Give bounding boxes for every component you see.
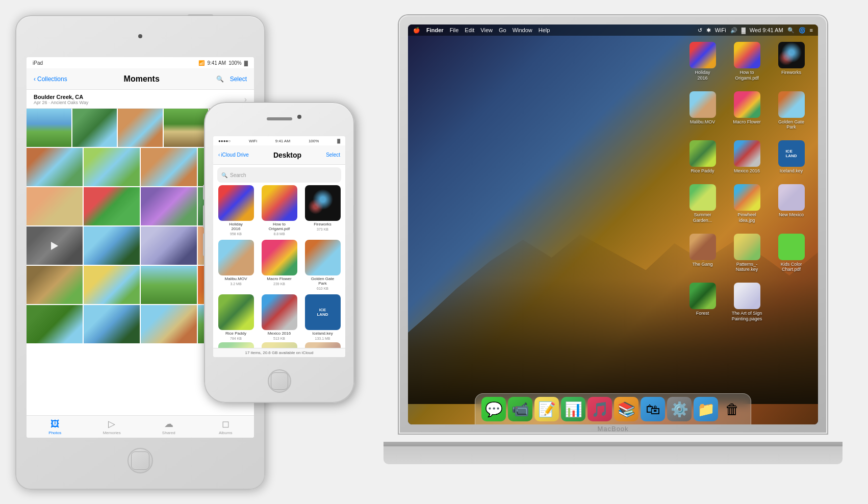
siri-icon[interactable]: 🌀 bbox=[799, 27, 806, 34]
go-menu[interactable]: Go bbox=[499, 27, 506, 33]
ipad-home-button[interactable] bbox=[127, 448, 153, 473]
menu-clock: Wed 9:41 AM bbox=[750, 27, 783, 33]
dock-itunes[interactable]: 🎵 bbox=[588, 397, 612, 421]
desktop-icon-thegang[interactable]: The Gang bbox=[683, 232, 722, 275]
desktop-icon-forest[interactable]: Forest bbox=[683, 281, 722, 324]
desktop-icon-goldengate[interactable]: Golden GatePark bbox=[772, 89, 810, 133]
ipad-tab-shared[interactable]: ☁ Shared bbox=[140, 418, 197, 435]
ipad-select-button[interactable]: Select bbox=[230, 75, 247, 83]
ipad-photo-4[interactable] bbox=[164, 109, 209, 147]
iphone-file-iceland[interactable]: ICELAND Iceland.key 133.1 MB bbox=[303, 294, 342, 340]
dock-numbers[interactable]: 📊 bbox=[561, 397, 585, 421]
iphone-file-size-origami: 8.8 MB bbox=[273, 232, 285, 236]
iphone-file-goldengate[interactable]: Golden GatePark 610 KB bbox=[303, 240, 342, 290]
dock-system-preferences[interactable]: ⚙️ bbox=[667, 397, 692, 421]
ipad-photo-7[interactable] bbox=[84, 148, 140, 186]
help-menu[interactable]: Help bbox=[539, 27, 550, 33]
desktop-icon-malibu[interactable]: Malibu.MOV bbox=[683, 89, 722, 133]
ipad-photo-22[interactable] bbox=[27, 305, 83, 343]
file-menu[interactable]: File bbox=[450, 27, 459, 33]
ipad-device-label: iPad bbox=[33, 60, 43, 66]
dock-notes[interactable]: 📝 bbox=[534, 397, 559, 421]
desktop-icon-ricepaddy[interactable]: Rice Paddy bbox=[683, 138, 722, 176]
ipad-photo-20[interactable] bbox=[141, 266, 197, 304]
ipad-tab-memories[interactable]: ▷ Memories bbox=[84, 418, 141, 435]
macbook-bottom: MacBook bbox=[384, 446, 843, 464]
ipad-tab-albums[interactable]: ◻ Albums bbox=[197, 418, 254, 435]
ipad-photo-10[interactable] bbox=[27, 187, 83, 225]
ipad-photo-16[interactable] bbox=[141, 226, 197, 265]
desktop-icon-holiday2016[interactable]: Holiday2016 bbox=[683, 40, 722, 83]
iphone-file-macroflower[interactable]: Macro Flower 239 KB bbox=[260, 240, 299, 290]
ipad-tabbar: 🖼 Photos ▷ Memories ☁ Shared ◻ Albums bbox=[27, 415, 254, 438]
iphone-file-thumb-holiday bbox=[218, 185, 254, 221]
iphone-file-fireworks[interactable]: Fireworks 373 KB bbox=[303, 185, 342, 236]
desktop-icon-iceland[interactable]: ICELAND Iceland.key bbox=[772, 138, 810, 176]
desktop-icon-label-holiday: Holiday2016 bbox=[695, 70, 710, 81]
menubar-right: ↺ ✱ WiFi 🔊 ▓ Wed 9:41 AM 🔍 🌀 ≡ bbox=[698, 27, 813, 34]
dock-books[interactable]: 📚 bbox=[614, 397, 639, 421]
iphone-status-bottom: 17 items, 20.6 GB available on iCloud bbox=[213, 348, 345, 357]
iphone-battery-icon: ▓ bbox=[337, 139, 340, 143]
dock-finder[interactable]: 📁 bbox=[694, 397, 718, 421]
ipad-tab-shared-label: Shared bbox=[162, 431, 175, 435]
ipad-photo-18[interactable] bbox=[27, 266, 83, 304]
ipad-back-button[interactable]: ‹ Collections bbox=[34, 75, 67, 83]
search-icon[interactable]: 🔍 bbox=[787, 27, 795, 34]
desktop-icon-pinwheel[interactable]: Pinwheelidea.jpg bbox=[728, 182, 766, 225]
iphone-file-malibu[interactable]: Malibu.MOV 3.2 MB bbox=[216, 240, 256, 290]
desktop-icon-label-pinwheel: Pinwheelidea.jpg bbox=[737, 212, 756, 223]
ipad-photo-23[interactable] bbox=[84, 305, 140, 343]
ipad-photo-3[interactable] bbox=[118, 109, 163, 147]
chevron-left-icon: ‹ bbox=[218, 152, 220, 158]
ipad-photo-2[interactable] bbox=[72, 109, 117, 147]
ipad-photo-6[interactable] bbox=[27, 148, 83, 186]
ipad-photo-8[interactable] bbox=[141, 148, 197, 186]
ipad-photo-19[interactable] bbox=[84, 266, 140, 304]
notification-icon[interactable]: ≡ bbox=[810, 27, 813, 33]
iphone-file-mexico2016[interactable]: Mexico 2016 513 KB bbox=[260, 294, 299, 340]
ipad-photo-1[interactable] bbox=[27, 109, 71, 147]
desktop-icon-thumb-goldengate bbox=[778, 91, 805, 118]
iphone-home-button[interactable] bbox=[268, 369, 291, 393]
desktop-icon-newmexico[interactable]: New Mexico bbox=[772, 182, 810, 225]
iphone-select-button[interactable]: Select bbox=[326, 152, 340, 158]
ipad-nav-actions: 🔍 Select bbox=[216, 75, 247, 83]
photos-icon: 🖼 bbox=[50, 419, 60, 430]
dock-appstore[interactable]: 🛍 bbox=[641, 397, 665, 421]
iphone-search-bar[interactable]: 🔍 Search bbox=[217, 167, 341, 183]
desktop-icon-patterns[interactable]: Patterns_-Nature.key bbox=[728, 232, 766, 275]
iphone-volume-up bbox=[203, 205, 205, 228]
iphone-file-holiday[interactable]: Holiday2016 958 KB bbox=[216, 185, 256, 236]
ipad-photo-14[interactable] bbox=[27, 226, 83, 265]
ipad-photo-24[interactable] bbox=[141, 305, 197, 343]
sound-icon: 🔊 bbox=[730, 27, 737, 34]
desktop-icon-thumb-kidschart bbox=[778, 234, 805, 260]
desktop-icon-fireworks[interactable]: Fireworks bbox=[772, 40, 810, 83]
ipad-search-button[interactable]: 🔍 bbox=[216, 75, 224, 83]
edit-menu[interactable]: Edit bbox=[465, 27, 474, 33]
iphone-back-button[interactable]: ‹ iCloud Drive bbox=[218, 152, 249, 158]
ipad-top-button bbox=[188, 14, 213, 16]
ipad-tab-photos[interactable]: 🖼 Photos bbox=[27, 419, 84, 435]
ipad-photo-11[interactable] bbox=[84, 187, 140, 225]
shared-icon: ☁ bbox=[164, 418, 173, 430]
dock-messages[interactable]: 💬 bbox=[481, 397, 506, 421]
dock-facetime[interactable]: 📹 bbox=[508, 397, 532, 421]
ipad-photo-12[interactable] bbox=[141, 187, 197, 225]
desktop-icon-origami[interactable]: How toOrigami.pdf bbox=[728, 40, 766, 83]
desktop-icon-artofsign[interactable]: The Art of SignPainting.pages bbox=[728, 281, 766, 324]
iphone-file-origami[interactable]: How toOrigami.pdf 8.8 MB bbox=[260, 185, 299, 236]
view-menu[interactable]: View bbox=[480, 27, 493, 33]
desktop-icon-kidschart[interactable]: Kids ColorChart.pdf bbox=[772, 232, 810, 275]
desktop-icon-mexico2016[interactable]: Mexico 2016 bbox=[728, 138, 766, 176]
desktop-icon-macroflower[interactable]: Macro Flower bbox=[728, 89, 766, 133]
window-menu[interactable]: Window bbox=[513, 27, 532, 33]
iphone-volume-down bbox=[203, 233, 205, 256]
desktop-icon-summergarden[interactable]: SummerGarden... bbox=[683, 182, 722, 225]
dock-trash[interactable]: 🗑 bbox=[720, 397, 745, 421]
ipad-photo-15[interactable] bbox=[84, 226, 140, 265]
desktop-icon-thumb-mexico bbox=[734, 140, 760, 167]
iphone-file-ricepaddy[interactable]: Rice Paddy 784 KB bbox=[216, 294, 256, 340]
iphone-signal: ●●●●○ bbox=[218, 139, 231, 143]
